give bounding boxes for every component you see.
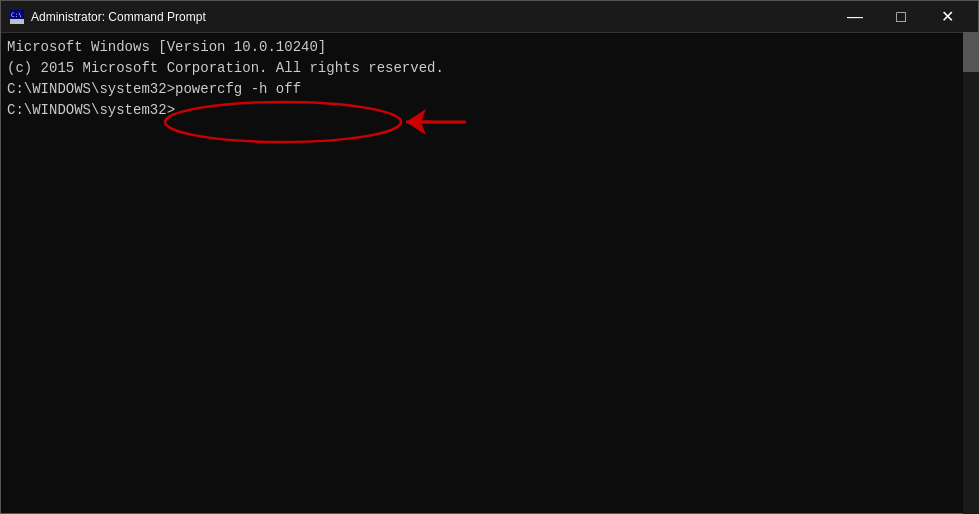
- svg-text:C:\: C:\: [11, 11, 22, 18]
- svg-rect-2: [10, 19, 24, 24]
- close-button[interactable]: ✕: [924, 1, 970, 33]
- terminal-line-1: Microsoft Windows [Version 10.0.10240]: [7, 37, 972, 58]
- maximize-button[interactable]: □: [878, 1, 924, 33]
- title-bar-controls: — □ ✕: [832, 1, 970, 33]
- scrollbar-thumb[interactable]: [963, 32, 979, 72]
- terminal-body[interactable]: Microsoft Windows [Version 10.0.10240] (…: [1, 33, 978, 513]
- terminal-line-2: (c) 2015 Microsoft Corporation. All righ…: [7, 58, 972, 79]
- prompt-prefix: C:\WINDOWS\system32>: [7, 79, 175, 100]
- cmd-icon: C:\: [9, 9, 25, 25]
- terminal-line-3: C:\WINDOWS\system32>powercfg -h off: [7, 79, 972, 100]
- minimize-button[interactable]: —: [832, 1, 878, 33]
- command-text: powercfg -h off: [175, 79, 301, 100]
- window: C:\ Administrator: Command Prompt — □ ✕ …: [0, 0, 979, 514]
- title-bar-text: Administrator: Command Prompt: [31, 10, 832, 24]
- terminal-line-4: C:\WINDOWS\system32>: [7, 100, 972, 121]
- scrollbar-track[interactable]: [963, 32, 979, 514]
- title-bar: C:\ Administrator: Command Prompt — □ ✕: [1, 1, 978, 33]
